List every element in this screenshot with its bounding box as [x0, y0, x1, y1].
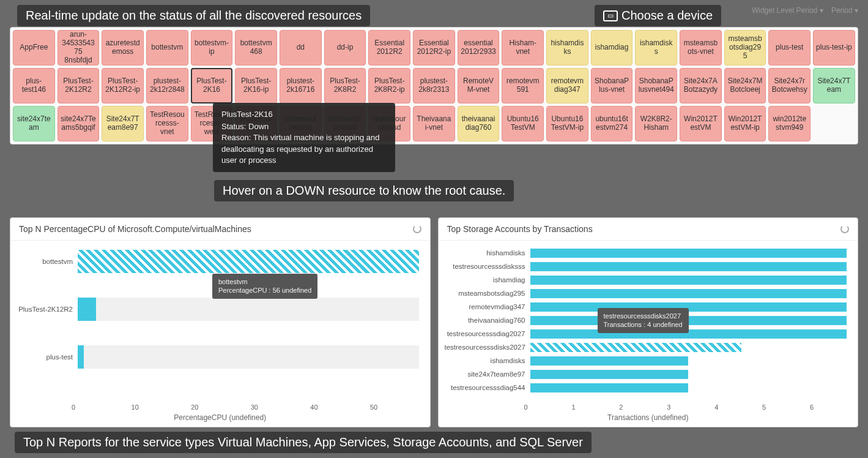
- xaxis-tick: 40: [310, 404, 370, 411]
- resource-tile[interactable]: Hisham-vnet: [502, 30, 544, 66]
- resource-tile[interactable]: arun-3453354375 8nsbfdjd: [57, 30, 100, 66]
- xaxis-tick: 20: [191, 404, 251, 411]
- bar-fill: [78, 250, 419, 273]
- chart-storage-xlabel: Transactions (undefined): [439, 411, 858, 427]
- callout-choose-device-text: Choose a device: [621, 9, 713, 23]
- resource-tile[interactable]: Win2012TestVM: [680, 106, 722, 141]
- bar-track: [530, 262, 847, 271]
- refresh-icon[interactable]: [413, 225, 421, 233]
- resource-tile[interactable]: PlusTest-2K8R2: [324, 68, 366, 103]
- resource-tile[interactable]: Ubuntu16TestVM: [502, 106, 544, 141]
- bar-track: [78, 250, 419, 273]
- resource-tile[interactable]: ishamdisks: [635, 30, 677, 66]
- resource-tile[interactable]: AppFree: [13, 30, 55, 66]
- chart-cpu-xaxis: 01020304050: [72, 401, 430, 411]
- resource-tile[interactable]: Win2012TestVM-ip: [724, 106, 766, 141]
- resource-tile[interactable]: bottestvm-ip: [191, 30, 233, 66]
- resource-tile[interactable]: remotevm591: [502, 68, 544, 103]
- resource-tile[interactable]: RemoteVM-vnet: [458, 68, 500, 103]
- resource-tile[interactable]: plus-test-ip: [813, 30, 855, 66]
- resource-tooltip: PlusTest-2K16 Status: Down Reason: This …: [213, 103, 395, 172]
- bar-fill: [530, 276, 847, 285]
- resource-tile[interactable]: bottestvm468: [235, 30, 277, 66]
- resource-tile[interactable]: Site24x7ABotzazydy: [680, 68, 722, 103]
- bar-row[interactable]: msteamsbotsdiag295: [445, 287, 847, 299]
- callout-hover: Hover on a DOWN resource to know the roo…: [214, 180, 514, 201]
- resource-tile[interactable]: theivaanaidiag760: [458, 106, 500, 141]
- device-icon: ▭: [603, 10, 618, 21]
- bar-row[interactable]: testresourcesssdiag544: [445, 381, 847, 394]
- resource-tile[interactable]: bottestvm: [146, 30, 188, 66]
- resource-tile[interactable]: ishamdiag: [591, 30, 633, 66]
- resource-tile[interactable]: PlusTest-2K8R2-ip: [368, 68, 410, 103]
- resource-tile[interactable]: Essential 2012R2-ip: [413, 30, 455, 66]
- resource-tile[interactable]: ShobanaPlus-vnet: [591, 68, 633, 103]
- bar-track: [530, 383, 847, 392]
- callout-realtime: Real-time update on the status of all th…: [17, 5, 370, 26]
- widget-period-dropdown[interactable]: Widget Level Period: [752, 6, 817, 15]
- bar-row[interactable]: hishamdisks: [445, 247, 847, 259]
- chart-storage-xaxis: 0123456: [524, 401, 858, 411]
- bar-row[interactable]: testresourcesssdisksss: [445, 260, 847, 272]
- bar-row[interactable]: ishamdisks: [445, 355, 847, 367]
- resource-tile[interactable]: W2K8R2-Hisham: [635, 106, 677, 141]
- resource-tile[interactable]: TestResourcesss-vnet: [146, 106, 188, 141]
- resource-tile[interactable]: Site24x7MBotcloeej: [724, 68, 766, 103]
- bar-fill: [530, 383, 689, 392]
- tooltip-status: Status: Down: [221, 121, 387, 132]
- chart-cpu-panel: Top N PercentageCPU of Microsoft.Compute…: [10, 217, 431, 427]
- resource-tile[interactable]: Ubuntu16TestVM-ip: [546, 106, 588, 141]
- resource-tile[interactable]: msteamsbots-vnet: [680, 30, 722, 66]
- period-dropdown[interactable]: Period: [831, 6, 853, 15]
- bar-label: PlusTest-2K12R2: [17, 306, 78, 313]
- xaxis-tick: 1: [571, 404, 619, 411]
- resource-tile[interactable]: plus-test146: [13, 68, 55, 103]
- resource-tile[interactable]: PlusTest-2K16: [191, 68, 233, 103]
- heatmap-grid: AppFreearun-3453354375 8nsbfdjdazuretest…: [13, 30, 855, 141]
- resource-tile[interactable]: site24x7team: [13, 106, 55, 141]
- xaxis-tick: 50: [370, 404, 430, 411]
- resource-tile[interactable]: Essential 2012R2: [368, 30, 410, 66]
- bar-row[interactable]: testresourcesssdisks2027: [445, 341, 847, 353]
- resource-tile[interactable]: plustest-2k12r2848: [146, 68, 188, 103]
- resource-tile[interactable]: PlusTest-2K16-ip: [235, 68, 277, 103]
- chart-cpu-tooltip: bottestvm PercentageCPU : 56 undefined: [212, 274, 317, 299]
- bar-row[interactable]: bottestvm: [17, 247, 419, 276]
- resource-tile[interactable]: plustest-2k8r2313: [413, 68, 455, 103]
- chart-storage-body: testresourcesssdisks2027 Transactions : …: [439, 241, 858, 401]
- xaxis-tick: 5: [762, 404, 810, 411]
- resource-tile[interactable]: Theivaanai-vnet: [413, 106, 455, 141]
- resource-tile[interactable]: ubuntu16testvm274: [591, 106, 633, 141]
- bar-row[interactable]: PlusTest-2K12R2: [17, 295, 419, 324]
- resource-tile[interactable]: Site24x7Team: [813, 68, 855, 103]
- bar-track: [78, 345, 419, 369]
- resource-tile[interactable]: msteamsbotsdiag295: [724, 30, 766, 66]
- bar-fill: [78, 298, 96, 321]
- resource-tile[interactable]: PlusTest-2K12R2-ip: [102, 68, 144, 103]
- resource-tile[interactable]: PlusTest-2K12R2: [57, 68, 100, 103]
- bar-row[interactable]: site24x7team8e97: [445, 368, 847, 380]
- bar-track: [78, 298, 419, 321]
- bar-row[interactable]: ishamdiag: [445, 274, 847, 286]
- resource-tile[interactable]: Site24x7Team8e97: [102, 106, 144, 141]
- resource-tile[interactable]: remotevmdiag347: [546, 68, 588, 103]
- refresh-icon[interactable]: [840, 225, 849, 233]
- resource-tile[interactable]: dd: [280, 30, 322, 66]
- resource-tile[interactable]: plus-test: [768, 30, 811, 66]
- resource-tile[interactable]: Site24x7rBotcwehsy: [768, 68, 811, 103]
- xaxis-tick: 2: [619, 404, 667, 411]
- resource-tile[interactable]: win2012testvm949: [768, 106, 811, 141]
- chart-storage-tooltip-name: testresourcesssdisks2027: [604, 312, 683, 320]
- resource-tile[interactable]: essential 2012r2933: [458, 30, 500, 66]
- bar-label: plus-test: [17, 353, 78, 361]
- heatmap-panel: AppFreearun-3453354375 8nsbfdjdazuretest…: [10, 27, 858, 145]
- chart-storage-title: Top Storage Accounts by Transactions: [447, 224, 593, 234]
- bar-row[interactable]: plus-test: [17, 342, 419, 372]
- resource-tile[interactable]: azuretestdemoss: [102, 30, 144, 66]
- resource-tile[interactable]: ShobanaPlusvnet494: [635, 68, 677, 103]
- resource-tile[interactable]: hishamdisks: [546, 30, 588, 66]
- xaxis-tick: 30: [251, 404, 311, 411]
- resource-tile[interactable]: dd-ip: [324, 30, 366, 66]
- resource-tile[interactable]: site24x7Teams5bgqif: [57, 106, 100, 141]
- resource-tile[interactable]: plustest-2k16716: [280, 68, 322, 103]
